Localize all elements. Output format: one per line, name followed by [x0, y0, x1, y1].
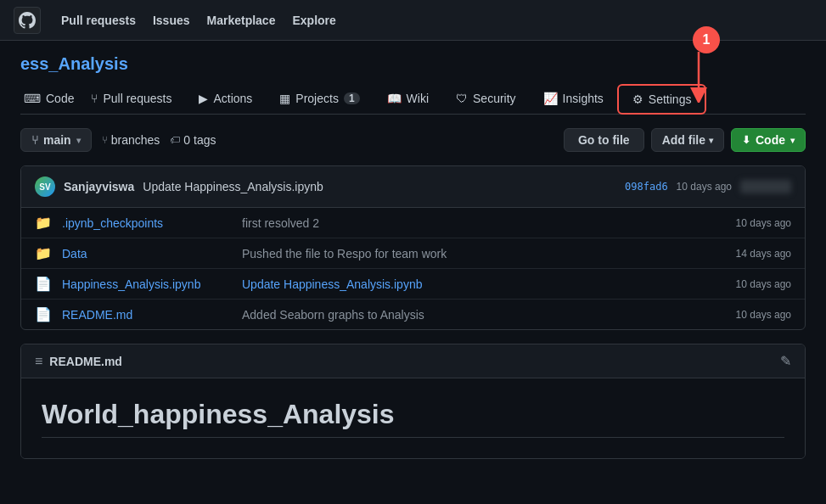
projects-badge: 1 — [344, 92, 360, 104]
file-time-0: 10 days ago — [736, 217, 791, 229]
tags-label: tags — [194, 133, 216, 147]
nav-pull-requests[interactable]: Pull requests — [54, 8, 143, 32]
top-nav: Pull requests Issues Marketplace Explore — [0, 0, 826, 41]
file-table: SV Sanjayviswa Update Happiness_Analysis… — [20, 165, 806, 330]
edit-icon[interactable]: ✎ — [780, 353, 791, 369]
file-icon: 📄 — [35, 306, 52, 322]
tag-icon: 🏷 — [170, 134, 180, 146]
repo-title: ess_Analysis — [20, 54, 806, 74]
file-name-3[interactable]: README.md — [62, 308, 232, 322]
add-file-label: Add file — [662, 133, 705, 147]
list-icon: ≡ — [35, 354, 42, 369]
github-logo[interactable] — [14, 7, 41, 34]
tab-insights[interactable]: 📈 Insights — [530, 85, 617, 114]
file-name-0[interactable]: .ipynb_checkpoints — [62, 216, 232, 230]
table-row: 📁 Data Pushed the file to Respo for team… — [21, 238, 805, 269]
gear-icon: ⚙ — [632, 92, 643, 106]
file-commit-0: first resolved 2 — [242, 216, 726, 230]
branch-icon: ⑂ — [31, 133, 38, 147]
file-icon: 📄 — [35, 276, 52, 292]
file-time-1: 14 days ago — [736, 248, 791, 260]
code-button[interactable]: ⬇ Code ▾ — [731, 128, 806, 152]
projects-icon: ▦ — [279, 92, 290, 105]
repo-tabs-wrapper: 1 ⌨ Code — [20, 84, 806, 115]
tab-pull-requests[interactable]: ⑂ Pull requests — [87, 85, 185, 114]
commit-message: Update Happiness_Analysis.ipynb — [143, 180, 616, 193]
tab-pr-label: Pull requests — [103, 92, 171, 105]
code-label: Code — [756, 133, 785, 147]
add-file-button[interactable]: Add file ▾ — [651, 128, 724, 152]
file-commit-2: Update Happiness_Analysis.ipynb — [242, 277, 726, 291]
download-icon: ⬇ — [742, 134, 750, 146]
nav-marketplace[interactable]: Marketplace — [200, 8, 283, 32]
repo-header: ess_Analysis 1 — [0, 41, 826, 115]
tab-wiki-label: Wiki — [407, 92, 429, 105]
go-to-file-button[interactable]: Go to file — [564, 128, 644, 152]
tab-code[interactable]: ⌨ Code — [20, 85, 87, 114]
tab-security-label: Security — [473, 92, 516, 105]
code-icon: ⌨ — [24, 92, 41, 105]
tab-projects[interactable]: ▦ Projects 1 — [266, 85, 373, 114]
branches-count-icon: ⑂ — [102, 134, 108, 146]
chevron-down-icon: ▾ — [76, 136, 81, 145]
tab-security[interactable]: 🛡 Security — [442, 85, 530, 114]
readme-title-row: ≡ README.md — [35, 354, 122, 369]
tab-actions[interactable]: ▶ Actions — [185, 85, 266, 114]
readme-header: ≡ README.md ✎ — [21, 344, 805, 378]
readme-section: ≡ README.md ✎ World_happiness_Analysis — [20, 344, 806, 459]
readme-heading: World_happiness_Analysis — [42, 399, 784, 438]
play-icon: ▶ — [199, 92, 208, 105]
nav-explore[interactable]: Explore — [285, 8, 342, 32]
avatar: SV — [35, 176, 55, 197]
tab-actions-label: Actions — [213, 92, 252, 105]
tab-settings-label: Settings — [649, 92, 692, 106]
commit-author: Sanjayviswa — [64, 180, 134, 193]
table-row: 📄 README.md Added Seaborn graphs to Anal… — [21, 300, 805, 329]
tab-insights-label: Insights — [563, 92, 604, 105]
commit-stats-blurred — [740, 180, 791, 193]
tags-count: 0 — [183, 133, 190, 147]
branch-bar: ⑂ main ▾ ⑂ branches 🏷 0 tags Go to file … — [20, 128, 806, 152]
commit-header: SV Sanjayviswa Update Happiness_Analysis… — [21, 166, 805, 208]
file-time-2: 10 days ago — [736, 278, 791, 290]
file-commit-3: Added Seaborn graphs to Analysis — [242, 308, 726, 322]
file-name-1[interactable]: Data — [62, 247, 232, 260]
table-row: 📁 .ipynb_checkpoints first resolved 2 10… — [21, 208, 805, 238]
tags-link[interactable]: 🏷 0 tags — [170, 133, 216, 147]
shield-icon: 🛡 — [456, 92, 468, 105]
graph-icon: 📈 — [543, 92, 558, 105]
nav-issues[interactable]: Issues — [146, 8, 197, 32]
tab-projects-label: Projects — [295, 92, 339, 105]
file-name-2[interactable]: Happiness_Analysis.ipynb — [62, 277, 232, 291]
chevron-down-icon-add: ▾ — [709, 136, 713, 145]
folder-icon: 📁 — [35, 215, 52, 231]
chevron-down-icon-code: ▾ — [790, 136, 795, 145]
branch-selector[interactable]: ⑂ main ▾ — [20, 128, 92, 152]
book-icon: 📖 — [387, 92, 402, 105]
branch-left: ⑂ main ▾ ⑂ branches 🏷 0 tags — [20, 128, 216, 152]
commit-time: 10 days ago — [677, 181, 732, 193]
tab-settings[interactable]: ⚙ Settings — [617, 84, 707, 115]
branch-name: main — [43, 133, 71, 147]
folder-icon: 📁 — [35, 245, 52, 261]
readme-body: World_happiness_Analysis — [21, 378, 805, 458]
table-row: 📄 Happiness_Analysis.ipynb Update Happin… — [21, 269, 805, 300]
tab-code-label: Code — [46, 92, 74, 105]
commit-hash[interactable]: 098fad6 — [625, 181, 668, 193]
pr-icon: ⑂ — [91, 92, 98, 105]
main-content: ⑂ main ▾ ⑂ branches 🏷 0 tags Go to file … — [0, 115, 826, 473]
file-time-3: 10 days ago — [736, 309, 791, 321]
branch-right: Go to file Add file ▾ ⬇ Code ▾ — [564, 128, 806, 152]
readme-title: README.md — [49, 355, 122, 368]
top-nav-links: Pull requests Issues Marketplace Explore — [54, 8, 343, 32]
branches-link[interactable]: ⑂ branches — [102, 133, 160, 147]
file-commit-1: Pushed the file to Respo for team work — [242, 247, 726, 260]
repo-tabs: ⌨ Code ⑂ Pull requests ▶ Actions ▦ Proje… — [20, 84, 806, 115]
tab-wiki[interactable]: 📖 Wiki — [374, 85, 442, 114]
branches-label: branches — [111, 133, 160, 147]
page-wrapper: Pull requests Issues Marketplace Explore… — [0, 0, 826, 473]
